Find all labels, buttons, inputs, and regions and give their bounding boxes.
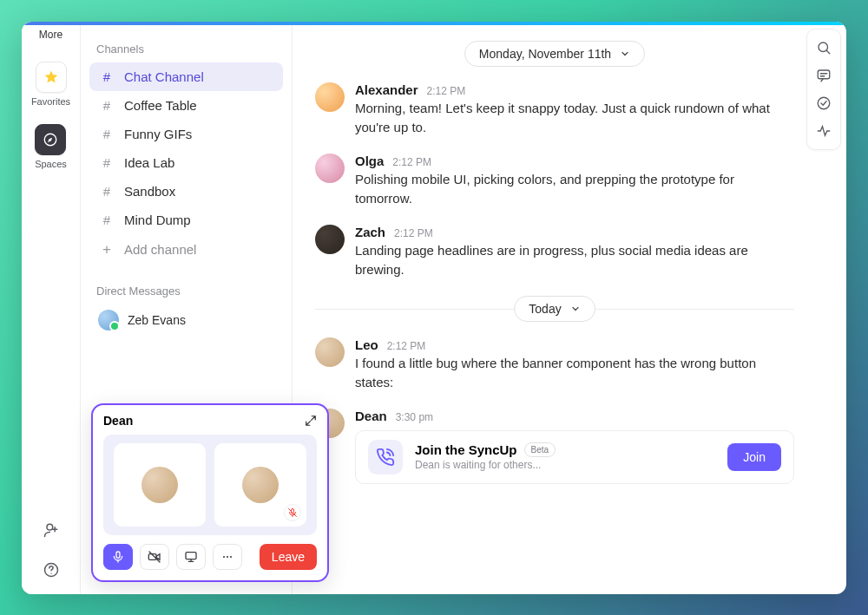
rail-spaces[interactable]: Spaces xyxy=(35,124,67,169)
channel-item-sandbox[interactable]: # Sandbox xyxy=(89,177,283,206)
help-icon[interactable] xyxy=(39,558,63,582)
channel-item-idea-lab[interactable]: # Idea Lab xyxy=(89,148,283,177)
dm-header: Direct Messages xyxy=(96,285,283,298)
avatar xyxy=(98,310,119,330)
svg-point-4 xyxy=(819,43,828,52)
join-button[interactable]: Join xyxy=(727,443,781,471)
channel-label: Chat Channel xyxy=(124,69,204,84)
hash-icon: # xyxy=(100,184,114,199)
avatar xyxy=(315,337,345,367)
beta-badge: Beta xyxy=(524,442,556,457)
channel-label: Idea Lab xyxy=(124,155,174,170)
comment-icon[interactable] xyxy=(814,66,833,85)
participant-tile[interactable] xyxy=(114,443,206,527)
message-row: Zach 2:12 PM Landing page headlines are … xyxy=(315,225,794,280)
channel-item-chat-channel[interactable]: # Chat Channel xyxy=(89,62,283,91)
channel-item-funny-gifs[interactable]: # Funny GIFs xyxy=(89,120,283,148)
svg-point-6 xyxy=(818,97,830,109)
message-author: Zach xyxy=(355,225,385,239)
date-divider: Today xyxy=(315,296,794,322)
dm-list: Zeb Evans xyxy=(89,304,283,336)
phone-icon xyxy=(368,440,403,474)
message-time: 2:12 PM xyxy=(387,340,426,352)
screenshare-button[interactable] xyxy=(176,544,206,570)
hash-icon: # xyxy=(100,98,114,113)
message-author: Dean xyxy=(355,409,387,423)
date-label: Today xyxy=(529,302,561,316)
call-widget-title: Dean xyxy=(103,414,133,428)
message-text: Landing page headlines are in progress, … xyxy=(355,241,794,280)
dm-label: Zeb Evans xyxy=(128,313,186,327)
date-pill-2[interactable]: Today xyxy=(514,296,595,322)
hash-icon: # xyxy=(100,155,114,170)
left-rail: More Favorites Spaces xyxy=(22,22,81,594)
date-pill-1[interactable]: Monday, November 11th xyxy=(464,41,645,67)
avatar xyxy=(315,225,345,254)
mic-muted-icon xyxy=(284,504,301,521)
svg-point-3 xyxy=(50,572,51,573)
date-label: Monday, November 11th xyxy=(479,47,611,61)
message-author: Alexander xyxy=(355,82,418,97)
svg-point-12 xyxy=(227,555,228,557)
avatar xyxy=(141,467,178,503)
rail-more[interactable]: More xyxy=(39,29,62,41)
message-text: Morning, team! Let's keep it snappy toda… xyxy=(355,99,794,138)
message-row: Alexander 2:12 PM Morning, team! Let's k… xyxy=(315,82,794,138)
svg-rect-8 xyxy=(116,552,120,558)
chevron-down-icon xyxy=(570,304,581,314)
message-time: 2:12 PM xyxy=(394,227,433,239)
right-rail xyxy=(806,29,841,150)
message-time: 2:12 PM xyxy=(427,85,466,97)
more-button[interactable] xyxy=(213,544,242,570)
avatar xyxy=(315,154,345,183)
svg-rect-10 xyxy=(186,552,196,559)
leave-button[interactable]: Leave xyxy=(260,544,317,570)
message-author: Leo xyxy=(355,337,378,352)
channel-add[interactable]: + Add channel xyxy=(89,234,283,265)
add-user-icon[interactable] xyxy=(39,518,63,542)
call-toolbar: Leave xyxy=(103,544,317,570)
call-card-sub: Dean is waiting for others... xyxy=(415,459,715,471)
message-text: Polishing mobile UI, picking colors, and… xyxy=(355,170,794,209)
message-time: 2:12 PM xyxy=(392,156,431,168)
dm-item-zeb-evans[interactable]: Zeb Evans xyxy=(89,304,283,336)
mic-button[interactable] xyxy=(103,544,133,570)
rail-bottom xyxy=(39,518,63,582)
channel-item-coffee-table[interactable]: # Coffee Table xyxy=(89,91,283,120)
channel-label: Sandbox xyxy=(124,184,175,199)
svg-point-11 xyxy=(223,555,225,557)
rail-favorites[interactable]: Favorites xyxy=(31,62,70,107)
activity-icon[interactable] xyxy=(814,121,833,141)
message-time: 3:30 pm xyxy=(396,411,433,423)
message-text: I found a little bug where the banner co… xyxy=(355,354,794,393)
call-card-title: Join the SyncUp xyxy=(415,442,517,457)
chevron-down-icon xyxy=(620,49,630,59)
call-widget: Dean xyxy=(91,403,329,582)
message-row: Olga 2:12 PM Polishing mobile UI, pickin… xyxy=(315,154,794,209)
chat-scroll: Monday, November 11th Alexander 2:12 PM … xyxy=(293,22,846,594)
expand-icon[interactable] xyxy=(305,415,317,427)
channel-list: # Chat Channel # Coffee Table # Funny GI… xyxy=(89,62,283,265)
rail-favorites-label: Favorites xyxy=(31,96,70,107)
svg-point-1 xyxy=(47,524,53,530)
channels-header: Channels xyxy=(96,43,283,56)
svg-point-13 xyxy=(230,555,232,557)
rail-spaces-label: Spaces xyxy=(35,159,67,169)
message-author: Olga xyxy=(355,154,384,168)
participant-tile[interactable] xyxy=(214,443,306,527)
app-window: More Favorites Spaces Channels xyxy=(22,22,846,594)
window-topbar xyxy=(22,22,846,25)
plus-icon: + xyxy=(100,241,114,258)
add-channel-label: Add channel xyxy=(124,242,196,257)
avatar xyxy=(315,82,345,112)
compass-icon xyxy=(35,124,66,155)
message-row: Leo 2:12 PM I found a little bug where t… xyxy=(315,337,794,393)
hash-icon: # xyxy=(100,69,114,84)
camera-off-button[interactable] xyxy=(140,544,169,570)
channel-item-mind-dump[interactable]: # Mind Dump xyxy=(89,206,283,234)
search-icon[interactable] xyxy=(814,38,833,57)
check-circle-icon[interactable] xyxy=(814,94,833,113)
star-icon xyxy=(36,62,67,93)
avatar xyxy=(242,467,279,503)
call-participants xyxy=(103,435,317,535)
